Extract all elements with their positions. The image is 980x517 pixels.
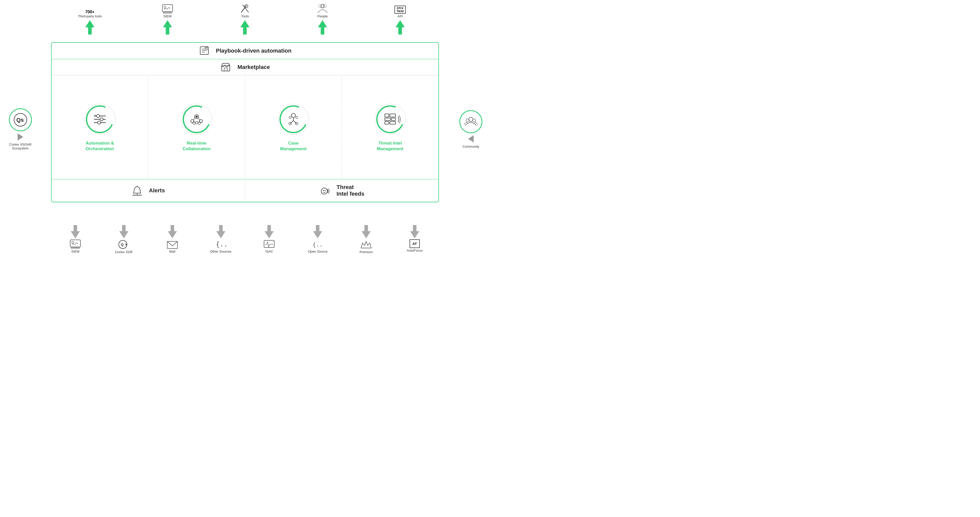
- svg-rect-16: [243, 27, 247, 35]
- section-collaboration: Real-timeCollaboration: [148, 75, 245, 179]
- people-arrow: [318, 20, 327, 35]
- svg-rect-102: [264, 240, 274, 247]
- svg-text:{...}: {...}: [313, 241, 324, 248]
- cortex-arrow-right: [18, 133, 23, 140]
- svg-rect-5: [88, 27, 92, 35]
- svg-point-88: [72, 241, 74, 243]
- cortex-circle: Qs: [9, 108, 32, 131]
- svg-rect-23: [398, 27, 402, 35]
- isac-label: ISAC: [265, 250, 273, 254]
- open-source-label: Open Source: [308, 250, 328, 254]
- svg-point-83: [325, 190, 326, 191]
- cortex-xdr-label: Cortex XDR: [115, 250, 132, 254]
- bottom-icon-isac: ISAC: [250, 225, 288, 254]
- svg-rect-103: [316, 225, 320, 231]
- svg-marker-24: [396, 20, 405, 27]
- svg-rect-84: [73, 225, 77, 231]
- svg-marker-95: [168, 231, 177, 238]
- svg-point-9: [164, 6, 166, 8]
- svg-text:✕: ✕: [206, 47, 208, 49]
- bottom-icons-row: SIEM Q ✕ Cortex XDR: [51, 225, 439, 255]
- svg-point-45: [185, 107, 208, 131]
- svg-rect-97: [219, 225, 223, 231]
- svg-point-39: [97, 115, 100, 118]
- row-bottom: Alerts ThreatIntel feeds: [52, 179, 438, 202]
- svg-rect-7: [162, 5, 173, 12]
- svg-rect-86: [70, 240, 80, 247]
- svg-rect-32: [224, 68, 227, 71]
- playbook-label: Playbook-driven automation: [216, 48, 291, 54]
- bottom-icon-open-source: {...} Open Source: [299, 225, 337, 254]
- svg-marker-107: [361, 231, 371, 238]
- row-playbook: ✕ Playbook-driven automation: [52, 43, 438, 59]
- section-automation: Automation &Orchestration: [52, 75, 148, 179]
- svg-rect-87: [71, 247, 80, 249]
- left-side-cortex: Qs Cortex XSOAR Ecosystem: [8, 108, 33, 150]
- svg-marker-101: [264, 231, 274, 238]
- api-top-label: API: [395, 14, 406, 18]
- threat-intel-feeds-label: ThreatIntel feeds: [337, 184, 364, 197]
- siem-bottom-label: SIEM: [71, 250, 80, 254]
- bottom-icon-autofocus: AF AutoFocus: [396, 225, 434, 254]
- bottom-icon-cortex-xdr: Q ✕ Cortex XDR: [105, 225, 143, 255]
- svg-point-40: [100, 118, 103, 121]
- svg-text:✕: ✕: [125, 243, 127, 246]
- other-sources-label: Other Sources: [210, 250, 232, 254]
- svg-point-20: [321, 4, 324, 8]
- community-arrow-left: [468, 136, 474, 142]
- marketplace-label: Marketplace: [237, 64, 270, 70]
- row-marketplace: Marketplace: [52, 59, 438, 75]
- svg-marker-6: [85, 20, 94, 27]
- svg-point-3: [466, 119, 469, 122]
- svg-marker-108: [361, 241, 371, 248]
- third-party-arrow: [85, 20, 94, 35]
- people-top-label: People: [316, 14, 329, 18]
- siem-arrow: [163, 20, 172, 35]
- svg-point-2: [469, 117, 473, 121]
- svg-point-56: [196, 116, 197, 118]
- section-case-management: CaseManagement: [245, 75, 342, 179]
- bottom-icon-premium: Premium: [347, 225, 385, 255]
- svg-marker-17: [240, 20, 250, 27]
- tools-top-label: Tools: [239, 14, 251, 18]
- svg-text:Q: Q: [121, 243, 124, 246]
- svg-rect-100: [267, 225, 271, 231]
- svg-rect-8: [164, 12, 172, 13]
- svg-marker-90: [119, 231, 129, 238]
- cortex-label: Cortex XSOAR Ecosystem: [8, 142, 33, 150]
- top-icon-third-party: 700+ Third-party tools: [64, 10, 115, 35]
- svg-point-82: [323, 190, 324, 191]
- bottom-icon-siem: SIEM: [56, 225, 94, 254]
- bottom-icon-other-sources: {...} Other Sources: [202, 225, 240, 254]
- main-architecture-box: ✕ Playbook-driven automation Marketplace: [51, 42, 439, 202]
- bottom-icon-mail: Mail: [153, 225, 191, 254]
- autofocus-label: AutoFocus: [407, 249, 423, 252]
- page-container: Qs Cortex XSOAR Ecosystem Community: [0, 0, 490, 258]
- community-circle: [459, 110, 482, 133]
- svg-marker-85: [71, 231, 80, 238]
- svg-rect-31: [222, 66, 230, 71]
- svg-rect-21: [321, 27, 324, 35]
- svg-text:{...}: {...}: [216, 240, 227, 248]
- svg-point-4: [473, 119, 476, 122]
- section-threat-intel-mgmt: Threat IntelManagement: [342, 75, 438, 179]
- threat-intel-mgmt-label: Threat IntelManagement: [377, 140, 403, 152]
- case-management-label: CaseManagement: [280, 140, 307, 152]
- svg-rect-110: [413, 225, 417, 231]
- api-arrow: [396, 20, 405, 35]
- community-label: Community: [463, 145, 479, 148]
- svg-marker-104: [313, 231, 322, 238]
- automation-label: Automation &Orchestration: [86, 140, 114, 152]
- svg-point-81: [321, 188, 327, 194]
- svg-point-41: [97, 121, 100, 124]
- top-icons-row: 700+ Third-party tools SIEM: [51, 3, 439, 35]
- row-bottom-alerts: Alerts: [52, 181, 245, 200]
- premium-label: Premium: [360, 250, 373, 254]
- third-party-label: Third-party tools: [78, 14, 102, 18]
- alerts-label: Alerts: [149, 187, 165, 194]
- svg-marker-11: [163, 20, 172, 27]
- tools-arrow: [240, 20, 250, 35]
- top-icon-people: People: [297, 3, 348, 35]
- svg-marker-111: [410, 231, 419, 238]
- row-bottom-threat-feeds: ThreatIntel feeds: [245, 179, 438, 202]
